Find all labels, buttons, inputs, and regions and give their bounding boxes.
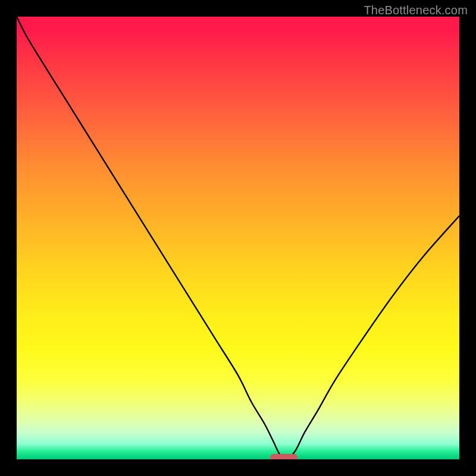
curve-layer bbox=[17, 17, 459, 459]
plot-area bbox=[17, 17, 459, 459]
bottleneck-curve bbox=[17, 17, 459, 459]
chart-frame: TheBottleneck.com bbox=[0, 0, 476, 476]
watermark-text: TheBottleneck.com bbox=[364, 4, 468, 17]
optimal-zone-marker bbox=[270, 454, 298, 459]
